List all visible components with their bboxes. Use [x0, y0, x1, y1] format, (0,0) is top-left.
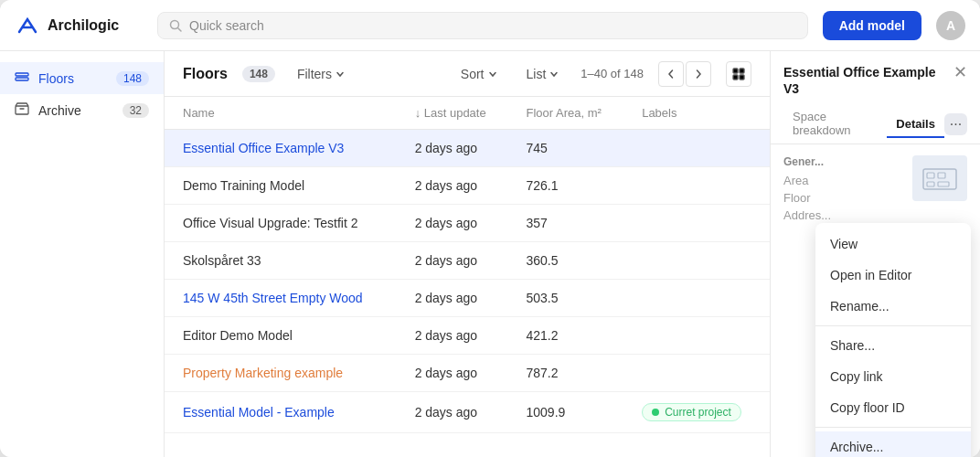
cell-floor-area: 360.5 — [512, 242, 628, 280]
cell-floor-area: 1009.9 — [512, 392, 628, 433]
cell-floor-area: 726.1 — [512, 167, 628, 205]
menu-item-view[interactable]: View — [815, 228, 971, 260]
app-window: Archilogic Quick search Add model A Fl — [0, 0, 980, 457]
sidebar-item-floors[interactable]: Floors 148 — [0, 62, 164, 94]
logo-text: Archilogic — [48, 17, 119, 34]
cell-name: Demo Training Model — [165, 167, 400, 205]
svg-rect-3 — [16, 78, 28, 80]
logo: Archilogic — [15, 13, 143, 38]
sidebar-item-archive[interactable]: Archive 32 — [0, 94, 164, 126]
cell-name: Editor Demo Model — [165, 317, 400, 355]
panel-more-button[interactable]: ··· — [944, 113, 967, 135]
avatar: A — [936, 11, 965, 40]
list-label: List — [527, 67, 547, 81]
cell-floor-area: 787.2 — [512, 355, 628, 392]
cell-last-update: 2 days ago — [400, 355, 512, 392]
tab-details[interactable]: Details — [887, 112, 944, 138]
dropdown-menu: ViewOpen in EditorRename...Share...Copy … — [815, 223, 971, 457]
grid-view-button[interactable] — [726, 61, 751, 87]
cell-labels — [627, 205, 770, 242]
panel-address-field: Addres... — [783, 208, 903, 222]
col-last-update: ↓ Last update — [400, 97, 512, 130]
table-row[interactable]: Essential Model - Example 2 days ago 100… — [165, 392, 770, 433]
filters-button[interactable]: Filters — [290, 63, 352, 85]
table-row[interactable]: Property Marketing example 2 days ago 78… — [165, 355, 770, 392]
panel-tabs: Space breakdown Details ··· — [771, 97, 980, 144]
label-badge: Curret project — [642, 403, 741, 421]
cell-labels — [627, 242, 770, 280]
svg-rect-6 — [733, 69, 738, 73]
panel-header: Essential Office Example V3 ✕ — [771, 51, 980, 97]
svg-rect-12 — [938, 173, 945, 178]
table-row[interactable]: Office Visual Upgrade: Testfit 2 2 days … — [165, 205, 770, 242]
col-name: Name — [165, 97, 400, 130]
panel-thumbnail — [912, 155, 967, 201]
list-button[interactable]: List — [519, 63, 567, 85]
menu-item-copy-link[interactable]: Copy link — [815, 361, 971, 392]
cell-last-update: 2 days ago — [400, 130, 512, 167]
search-placeholder: Quick search — [189, 18, 264, 33]
cell-name: Essential Office Example V3 — [165, 130, 400, 167]
table-row[interactable]: Essential Office Example V3 2 days ago 7… — [165, 130, 770, 167]
logo-icon — [15, 13, 40, 38]
search-icon — [169, 19, 182, 32]
cell-last-update: 2 days ago — [400, 392, 512, 433]
cell-last-update: 2 days ago — [400, 205, 512, 242]
grid-icon — [732, 68, 745, 80]
chevron-left-icon — [666, 69, 676, 80]
floor-label: Floor — [783, 191, 811, 205]
svg-rect-9 — [740, 75, 744, 80]
address-label: Addres... — [783, 208, 831, 222]
cell-name: Office Visual Upgrade: Testfit 2 — [165, 205, 400, 242]
svg-rect-11 — [927, 173, 934, 178]
menu-divider — [815, 427, 971, 428]
table-container: Name ↓ Last update Floor Area, m² Labels… — [165, 97, 770, 457]
header: Archilogic Quick search Add model A — [0, 0, 980, 51]
cell-labels — [627, 355, 770, 392]
svg-rect-2 — [16, 73, 28, 76]
cell-last-update: 2 days ago — [400, 317, 512, 355]
sidebar-floors-badge: 148 — [116, 71, 149, 86]
menu-divider — [815, 325, 971, 326]
right-panel: Essential Office Example V3 ✕ Space brea… — [770, 51, 980, 457]
panel-title: Essential Office Example V3 — [783, 64, 946, 97]
main-count: 148 — [242, 66, 275, 82]
panel-close-button[interactable]: ✕ — [946, 64, 967, 80]
pagination-info: 1–40 of 148 — [581, 67, 644, 80]
panel-general-label: Gener... — [783, 155, 903, 168]
sidebar: Floors 148 Archive 32 — [0, 51, 165, 457]
filters-label: Filters — [297, 67, 332, 81]
sort-chevron-icon — [488, 69, 497, 79]
cell-floor-area: 745 — [512, 130, 628, 167]
table-row[interactable]: Demo Training Model 2 days ago 726.1 — [165, 167, 770, 205]
menu-item-copy-floor-id[interactable]: Copy floor ID — [815, 392, 971, 423]
floors-table: Name ↓ Last update Floor Area, m² Labels… — [165, 97, 770, 433]
cell-labels — [627, 167, 770, 205]
search-bar[interactable]: Quick search — [157, 12, 808, 39]
body: Floors 148 Archive 32 Floors 1 — [0, 51, 980, 457]
menu-item-share[interactable]: Share... — [815, 330, 971, 361]
menu-item-archive[interactable]: Archive... — [815, 431, 971, 457]
cell-labels: Curret project — [627, 392, 770, 433]
tab-space-breakdown[interactable]: Space breakdown — [783, 104, 887, 144]
add-model-button[interactable]: Add model — [823, 11, 921, 40]
next-page-button[interactable] — [686, 61, 711, 87]
panel-area-field: Area — [783, 174, 903, 187]
svg-line-1 — [178, 27, 182, 31]
prev-page-button[interactable] — [658, 61, 684, 87]
sidebar-archive-badge: 32 — [122, 103, 149, 118]
cell-last-update: 2 days ago — [400, 242, 512, 280]
menu-item-rename[interactable]: Rename... — [815, 291, 971, 322]
col-labels: Labels — [627, 97, 770, 130]
table-row[interactable]: 145 W 45th Street Empty Wood 2 days ago … — [165, 280, 770, 317]
chevron-right-icon — [693, 69, 704, 80]
sort-button[interactable]: Sort — [453, 63, 505, 85]
col-floor-area: Floor Area, m² — [512, 97, 628, 130]
table-row[interactable]: Skolspåret 33 2 days ago 360.5 — [165, 242, 770, 280]
cell-name: 145 W 45th Street Empty Wood — [165, 280, 400, 317]
table-row[interactable]: Editor Demo Model 2 days ago 421.2 — [165, 317, 770, 355]
sidebar-floors-label: Floors — [38, 71, 107, 86]
cell-name: Property Marketing example — [165, 355, 400, 392]
cell-floor-area: 421.2 — [512, 317, 628, 355]
menu-item-open-in-editor[interactable]: Open in Editor — [815, 260, 971, 291]
